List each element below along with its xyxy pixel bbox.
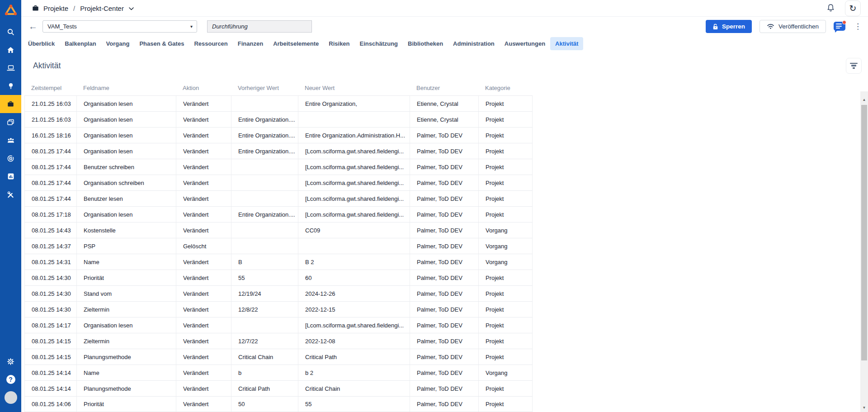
table-cell: Organisation lesen xyxy=(76,128,176,143)
lock-button[interactable]: Sperren xyxy=(706,20,752,33)
tab--berblick[interactable]: Überblick xyxy=(23,37,60,50)
table-row[interactable]: 08.01.25 17:44Organisation schreibenVerä… xyxy=(24,175,533,190)
table-cell xyxy=(231,238,298,254)
sidebar-item-devices[interactable] xyxy=(0,59,21,77)
sidebar-item-home[interactable] xyxy=(0,41,21,59)
table-row[interactable]: 21.01.25 16:03Organisation lesenVeränder… xyxy=(24,111,533,127)
project-select[interactable]: VAM_Tests ▾ xyxy=(42,20,197,33)
scroll-thumb[interactable] xyxy=(861,105,867,360)
tab-balkenplan[interactable]: Balkenplan xyxy=(60,37,101,50)
tab-finanzen[interactable]: Finanzen xyxy=(233,37,268,50)
table-row[interactable]: 08.01.25 14:31NameVerändertBB 2Palmer, T… xyxy=(24,254,533,270)
column-header[interactable]: Benutzer xyxy=(410,85,478,91)
table-row[interactable]: 16.01.25 18:16Organisation lesenVeränder… xyxy=(24,127,533,143)
gear-icon xyxy=(7,358,14,365)
sidebar-item-settings[interactable] xyxy=(0,352,21,370)
column-header[interactable]: Neuer Wert xyxy=(298,85,410,91)
column-header[interactable]: Kategorie xyxy=(478,85,533,91)
table-cell: Vorgang xyxy=(478,254,533,270)
sidebar-item-tools[interactable] xyxy=(0,185,21,204)
logo-triangle-icon xyxy=(5,5,17,15)
sidebar-item-projects[interactable] xyxy=(0,95,21,113)
table-row[interactable]: 08.01.25 14:15PlanungsmethodeVerändertCr… xyxy=(24,349,533,365)
back-button[interactable]: ← xyxy=(27,21,39,32)
scroll-up-arrow[interactable]: ▲ xyxy=(860,96,868,103)
tab-phasen-gates[interactable]: Phasen & Gates xyxy=(134,37,189,50)
tab-arbeitselemente[interactable]: Arbeitselemente xyxy=(268,37,324,50)
table-cell: [Lcom.sciforma.gwt.shared.fieldengi... xyxy=(298,191,410,206)
table-body: 21.01.25 16:03Organisation lesenVeränder… xyxy=(24,95,533,412)
tools-icon xyxy=(7,191,14,199)
refresh-button[interactable]: ↻ xyxy=(845,0,861,16)
table-cell: Palmer, ToD DEV xyxy=(410,286,478,301)
column-header[interactable]: Aktion xyxy=(176,85,231,91)
table-cell: 55 xyxy=(298,397,410,412)
more-options-button[interactable]: ⋮ xyxy=(854,23,862,30)
sidebar-item-reports[interactable] xyxy=(0,167,21,185)
table-row[interactable]: 08.01.25 17:18Organisation lesenVeränder… xyxy=(24,206,533,222)
sidebar-item-user[interactable] xyxy=(0,388,21,407)
sidebar-item-ideas[interactable] xyxy=(0,77,21,95)
table-row[interactable]: 08.01.25 14:30Stand vomVerändert12/19/24… xyxy=(24,285,533,301)
phase-field[interactable]: Durchführung xyxy=(207,20,312,33)
notifications-button[interactable] xyxy=(826,4,835,13)
table-cell: Verändert xyxy=(176,207,231,222)
sidebar-item-resources[interactable] xyxy=(0,131,21,149)
tab-risiken[interactable]: Risiken xyxy=(324,37,354,50)
column-header[interactable]: Zeitstempel xyxy=(24,85,76,91)
tab-vorgang[interactable]: Vorgang xyxy=(101,37,135,50)
vertical-scrollbar[interactable]: ▲ ▼ xyxy=(860,91,868,412)
sidebar-item-search[interactable] xyxy=(0,23,21,41)
table-row[interactable]: 08.01.25 14:06PrioritätVerändert5055Palm… xyxy=(24,396,533,412)
table-cell: Palmer, ToD DEV xyxy=(410,207,478,222)
table-row[interactable]: 08.01.25 17:44Benutzer schreibenVeränder… xyxy=(24,159,533,175)
tab-administration[interactable]: Administration xyxy=(448,37,500,50)
table-row[interactable]: 08.01.25 14:14PlanungsmethodeVerändertCr… xyxy=(24,380,533,396)
tab-bibliotheken[interactable]: Bibliotheken xyxy=(403,37,448,50)
table-cell: Verändert xyxy=(176,333,231,349)
table-cell: Stand vom xyxy=(76,286,176,301)
table-cell xyxy=(298,112,410,127)
table-row[interactable]: 08.01.25 14:30ZielterminVerändert12/8/22… xyxy=(24,301,533,317)
breadcrumb-section[interactable]: Projekte xyxy=(43,5,68,12)
table-row[interactable]: 08.01.25 14:17Organisation lesenVeränder… xyxy=(24,317,533,333)
table-cell: Projekt xyxy=(478,96,533,111)
breadcrumb-separator: / xyxy=(73,5,75,12)
column-header[interactable]: Vorheriger Wert xyxy=(231,85,298,91)
publish-button[interactable]: Veröffentlichen xyxy=(760,20,826,33)
table-row[interactable]: 08.01.25 17:44Organisation lesenVeränder… xyxy=(24,143,533,159)
chat-button[interactable] xyxy=(834,21,846,33)
table-row[interactable]: 08.01.25 14:37PSPGelöschtPalmer, ToD DEV… xyxy=(24,238,533,254)
sidebar-item-help[interactable]: ? xyxy=(0,370,21,388)
table-cell: Name xyxy=(76,365,176,380)
table-cell: 08.01.25 14:31 xyxy=(24,254,76,270)
tab-auswertungen[interactable]: Auswertungen xyxy=(500,37,550,50)
tab-aktivit-t[interactable]: Aktivität xyxy=(550,37,583,50)
table-cell: Palmer, ToD DEV xyxy=(410,191,478,206)
table-cell: Projekt xyxy=(478,317,533,333)
table-row[interactable]: 08.01.25 14:14NameVerändertbb 2Palmer, T… xyxy=(24,365,533,380)
scroll-down-arrow[interactable]: ▼ xyxy=(860,404,868,411)
column-header[interactable]: Feldname xyxy=(76,85,176,91)
table-cell: 12/8/22 xyxy=(231,302,298,317)
table-cell: Priorität xyxy=(76,397,176,412)
main-area: Projekte / Projekt-Center ↻ ← VAM_Tests … xyxy=(21,0,868,412)
table-row[interactable]: 08.01.25 14:30PrioritätVerändert5560Palm… xyxy=(24,270,533,285)
unlock-icon xyxy=(712,24,718,30)
filter-button[interactable] xyxy=(846,58,862,74)
table-row[interactable]: 08.01.25 17:44Benutzer lesenVerändert[Lc… xyxy=(24,190,533,206)
app-logo[interactable] xyxy=(0,0,21,20)
breadcrumb[interactable]: Projekte / Projekt-Center xyxy=(32,5,134,12)
tab-ressourcen[interactable]: Ressourcen xyxy=(189,37,232,50)
table-row[interactable]: 08.01.25 14:43KostenstelleVerändertCC09P… xyxy=(24,222,533,238)
tab-einsch-tzung[interactable]: Einschätzung xyxy=(355,37,403,50)
table-cell xyxy=(298,238,410,254)
sidebar-item-portfolios[interactable] xyxy=(0,113,21,131)
breadcrumb-page[interactable]: Projekt-Center xyxy=(80,5,124,12)
table-row[interactable]: 21.01.25 16:03Organisation lesenVeränder… xyxy=(24,95,533,111)
sidebar-item-goals[interactable] xyxy=(0,149,21,167)
table-row[interactable]: 08.01.25 14:15ZielterminVerändert12/7/22… xyxy=(24,333,533,349)
chevron-down-icon xyxy=(129,7,134,10)
table-cell: Palmer, ToD DEV xyxy=(410,381,478,396)
activity-table: ZeitstempelFeldnameAktionVorheriger Wert… xyxy=(24,81,533,412)
